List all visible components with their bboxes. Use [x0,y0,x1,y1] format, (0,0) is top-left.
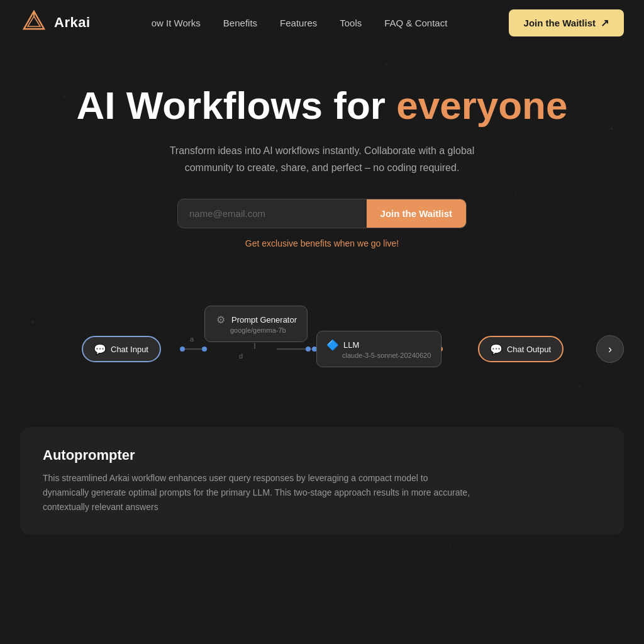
prompt-generator-node: ⚙ Prompt Generator google/gemma-7b [204,306,308,342]
llm-model: claude-3-5-sonnet-20240620 [342,352,431,359]
bottom-card: Autoprompter This streamlined Arkai work… [20,427,624,535]
nav-cta-arrow-icon: ↗ [601,17,609,29]
card-title: Autoprompter [43,447,601,464]
nav-link-how-it-works[interactable]: ow It Works [152,18,201,28]
workflow-section: a b d c 💬 Chat Input ⚙ Prompt Generator … [0,274,644,412]
nav-link-benefits[interactable]: Benefits [223,18,257,28]
hero-form: Join the Waitlist [177,199,467,228]
workflow-canvas: a b d c 💬 Chat Input ⚙ Prompt Generator … [0,286,644,412]
next-button[interactable]: › [596,335,624,363]
llm-header: 🔷 LLM [327,339,359,350]
nav-link-tools[interactable]: Tools [340,18,362,28]
chat-input-label: Chat Input [111,345,148,354]
nav-link-features[interactable]: Features [280,18,317,28]
svg-text:a: a [190,335,194,343]
svg-point-9 [306,347,311,352]
hero-benefit-text: Get exclusive benefits when we go live! [245,238,399,248]
svg-point-7 [180,347,185,352]
chat-input-node: 💬 Chat Input [82,336,161,362]
nav-cta-label: Join the Waitlist [524,18,596,28]
card-description: This streamlined Arkai workflow enhances… [43,471,470,514]
prompt-generator-header: ⚙ Prompt Generator [215,314,297,325]
hero-section: AI Workflows for everyone Transform idea… [0,45,644,274]
hero-subtitle: Transform ideas into AI workflows instan… [158,143,486,176]
llm-label: LLM [343,340,359,350]
svg-point-8 [202,347,207,352]
logo-label: Arkai [54,14,91,31]
llm-icon: 🔷 [327,339,338,350]
logo[interactable]: Arkai [20,9,91,36]
logo-icon [20,9,48,36]
nav-link-faq[interactable]: FAQ & Contact [384,18,447,28]
hero-title: AI Workflows for everyone [77,83,568,128]
prompt-generator-model: google/gemma-7b [230,326,286,334]
chat-output-icon: 💬 [491,343,502,355]
prompt-generator-icon: ⚙ [215,314,226,325]
navbar: Arkai ow It Works Benefits Features Tool… [0,0,644,45]
svg-text:d: d [239,352,243,360]
chat-output-label: Chat Output [507,345,551,354]
llm-node: 🔷 LLM claude-3-5-sonnet-20240620 [316,331,441,367]
chat-output-node: 💬 Chat Output [478,336,564,362]
hero-title-part1: AI Workflows for [77,84,397,127]
email-input[interactable] [178,199,367,228]
chat-input-icon: 💬 [94,343,106,355]
nav-links: ow It Works Benefits Features Tools FAQ … [152,18,448,28]
hero-title-accent: everyone [396,84,567,127]
join-waitlist-button[interactable]: Join the Waitlist [367,199,466,228]
prompt-generator-label: Prompt Generator [231,315,297,325]
nav-cta-button[interactable]: Join the Waitlist ↗ [509,9,624,36]
